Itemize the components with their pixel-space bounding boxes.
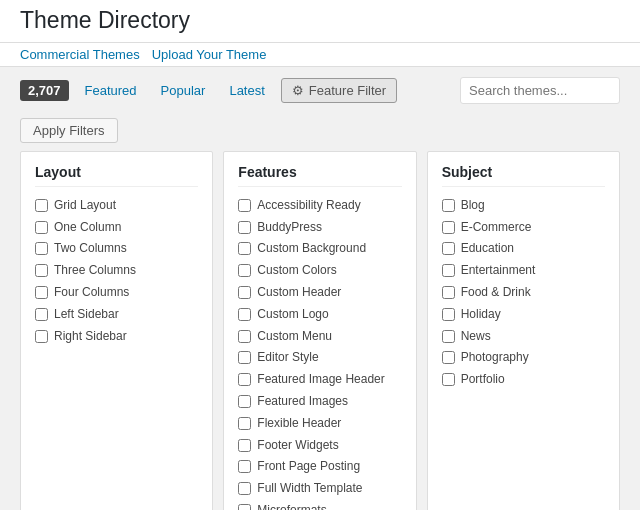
tab-latest[interactable]: Latest bbox=[221, 79, 272, 102]
theme-count-badge: 2,707 bbox=[20, 80, 69, 101]
filter-label[interactable]: One Column bbox=[54, 219, 121, 236]
filter-item: One Column bbox=[35, 219, 198, 236]
filter-checkbox-layout-4[interactable] bbox=[35, 286, 48, 299]
filter-label[interactable]: Entertainment bbox=[461, 262, 536, 279]
filter-panel-features: FeaturesAccessibility ReadyBuddyPressCus… bbox=[223, 151, 416, 510]
filter-checkbox-layout-1[interactable] bbox=[35, 221, 48, 234]
filter-checkbox-layout-5[interactable] bbox=[35, 308, 48, 321]
filter-item: Entertainment bbox=[442, 262, 605, 279]
filter-item: News bbox=[442, 328, 605, 345]
filter-panel-heading-subject: Subject bbox=[442, 164, 605, 187]
filter-item: Right Sidebar bbox=[35, 328, 198, 345]
filter-checkbox-features-0[interactable] bbox=[238, 199, 251, 212]
filter-checkbox-features-7[interactable] bbox=[238, 351, 251, 364]
page-title: Theme Directory bbox=[20, 6, 620, 36]
toolbar: 2,707 Featured Popular Latest Feature Fi… bbox=[0, 67, 640, 114]
filter-label[interactable]: Food & Drink bbox=[461, 284, 531, 301]
filter-label[interactable]: BuddyPress bbox=[257, 219, 322, 236]
filter-checkbox-features-13[interactable] bbox=[238, 482, 251, 495]
filter-checkbox-subject-8[interactable] bbox=[442, 373, 455, 386]
filter-checkbox-subject-7[interactable] bbox=[442, 351, 455, 364]
filter-checkbox-layout-2[interactable] bbox=[35, 242, 48, 255]
filter-item: Four Columns bbox=[35, 284, 198, 301]
filter-panels: LayoutGrid LayoutOne ColumnTwo ColumnsTh… bbox=[0, 151, 640, 510]
filter-checkbox-features-11[interactable] bbox=[238, 439, 251, 452]
apply-filters-button[interactable]: Apply Filters bbox=[20, 118, 118, 143]
filter-checkbox-features-4[interactable] bbox=[238, 286, 251, 299]
filter-label[interactable]: Education bbox=[461, 240, 514, 257]
filter-label[interactable]: News bbox=[461, 328, 491, 345]
filter-label[interactable]: Custom Colors bbox=[257, 262, 336, 279]
filter-panel-heading-features: Features bbox=[238, 164, 401, 187]
feature-filter-button[interactable]: Feature Filter bbox=[281, 78, 397, 103]
filter-checkbox-features-3[interactable] bbox=[238, 264, 251, 277]
filter-checkbox-features-1[interactable] bbox=[238, 221, 251, 234]
filter-item: Blog bbox=[442, 197, 605, 214]
filter-label[interactable]: Custom Menu bbox=[257, 328, 332, 345]
filter-checkbox-subject-0[interactable] bbox=[442, 199, 455, 212]
filter-checkbox-features-6[interactable] bbox=[238, 330, 251, 343]
subnav-upload-theme[interactable]: Upload Your Theme bbox=[152, 47, 267, 62]
filter-label[interactable]: Three Columns bbox=[54, 262, 136, 279]
filter-label[interactable]: Editor Style bbox=[257, 349, 318, 366]
filter-checkbox-features-9[interactable] bbox=[238, 395, 251, 408]
filter-checkbox-features-14[interactable] bbox=[238, 504, 251, 510]
filter-label[interactable]: Flexible Header bbox=[257, 415, 341, 432]
filter-checkbox-layout-6[interactable] bbox=[35, 330, 48, 343]
tab-popular[interactable]: Popular bbox=[153, 79, 214, 102]
subnav: Commercial Themes Upload Your Theme bbox=[0, 43, 640, 67]
apply-filters-row: Apply Filters bbox=[0, 114, 640, 151]
filter-checkbox-features-5[interactable] bbox=[238, 308, 251, 321]
filter-label[interactable]: Accessibility Ready bbox=[257, 197, 360, 214]
filter-item: Custom Background bbox=[238, 240, 401, 257]
filter-checkbox-subject-4[interactable] bbox=[442, 286, 455, 299]
filter-label[interactable]: Photography bbox=[461, 349, 529, 366]
filter-checkbox-features-8[interactable] bbox=[238, 373, 251, 386]
filter-checkbox-features-10[interactable] bbox=[238, 417, 251, 430]
filter-label[interactable]: Full Width Template bbox=[257, 480, 362, 497]
subnav-commercial-themes[interactable]: Commercial Themes bbox=[20, 47, 140, 62]
filter-checkbox-subject-3[interactable] bbox=[442, 264, 455, 277]
filter-checkbox-subject-1[interactable] bbox=[442, 221, 455, 234]
filter-label[interactable]: Microformats bbox=[257, 502, 326, 510]
filter-label[interactable]: Two Columns bbox=[54, 240, 127, 257]
filter-label[interactable]: Featured Image Header bbox=[257, 371, 384, 388]
filter-checkbox-features-12[interactable] bbox=[238, 460, 251, 473]
filter-label[interactable]: Portfolio bbox=[461, 371, 505, 388]
filter-item: Three Columns bbox=[35, 262, 198, 279]
filter-item: Flexible Header bbox=[238, 415, 401, 432]
filter-checkbox-layout-0[interactable] bbox=[35, 199, 48, 212]
filter-item: Editor Style bbox=[238, 349, 401, 366]
filter-label[interactable]: E-Commerce bbox=[461, 219, 532, 236]
filter-item: Full Width Template bbox=[238, 480, 401, 497]
tab-featured[interactable]: Featured bbox=[77, 79, 145, 102]
filter-label[interactable]: Custom Header bbox=[257, 284, 341, 301]
filter-checkbox-features-2[interactable] bbox=[238, 242, 251, 255]
search-input[interactable] bbox=[460, 77, 620, 104]
filter-label[interactable]: Footer Widgets bbox=[257, 437, 338, 454]
filter-item: Custom Menu bbox=[238, 328, 401, 345]
filter-label[interactable]: Featured Images bbox=[257, 393, 348, 410]
filter-label[interactable]: Blog bbox=[461, 197, 485, 214]
filter-item: Portfolio bbox=[442, 371, 605, 388]
filter-label[interactable]: Custom Background bbox=[257, 240, 366, 257]
filter-checkbox-subject-5[interactable] bbox=[442, 308, 455, 321]
filter-item: Food & Drink bbox=[442, 284, 605, 301]
filter-item: Custom Colors bbox=[238, 262, 401, 279]
filter-label[interactable]: Right Sidebar bbox=[54, 328, 127, 345]
filter-checkbox-subject-6[interactable] bbox=[442, 330, 455, 343]
filter-label[interactable]: Custom Logo bbox=[257, 306, 328, 323]
gear-icon bbox=[292, 83, 304, 98]
filter-item: Holiday bbox=[442, 306, 605, 323]
filter-label[interactable]: Grid Layout bbox=[54, 197, 116, 214]
filter-checkbox-layout-3[interactable] bbox=[35, 264, 48, 277]
filter-item: Custom Logo bbox=[238, 306, 401, 323]
filter-item: BuddyPress bbox=[238, 219, 401, 236]
filter-label[interactable]: Front Page Posting bbox=[257, 458, 360, 475]
filter-label[interactable]: Holiday bbox=[461, 306, 501, 323]
filter-item: Microformats bbox=[238, 502, 401, 510]
filter-label[interactable]: Four Columns bbox=[54, 284, 129, 301]
filter-item: Front Page Posting bbox=[238, 458, 401, 475]
filter-checkbox-subject-2[interactable] bbox=[442, 242, 455, 255]
filter-label[interactable]: Left Sidebar bbox=[54, 306, 119, 323]
